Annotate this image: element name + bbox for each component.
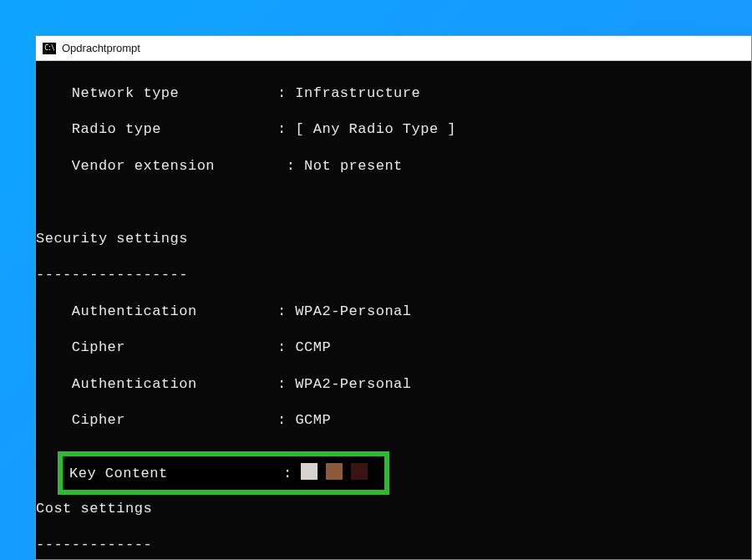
- network-type-value: Infrastructure: [295, 85, 420, 101]
- window-title: Opdrachtprompt: [62, 42, 140, 54]
- command-prompt-window: C:\ Opdrachtprompt Network type : Infras…: [35, 35, 752, 560]
- radio-type-label: Radio type: [72, 121, 161, 137]
- redacted-swatch-brown: [326, 463, 343, 480]
- cipher1-label: Cipher: [72, 339, 125, 355]
- key-content-highlight: Key Content:: [58, 451, 389, 495]
- auth1-label: Authentication: [72, 303, 197, 319]
- titlebar[interactable]: C:\ Opdrachtprompt: [36, 36, 751, 61]
- vendor-ext-value: Not present: [304, 158, 403, 174]
- vendor-ext-label: Vendor extension: [72, 158, 215, 174]
- auth2-value: WPA2-Personal: [295, 376, 411, 392]
- terminal-output[interactable]: Network type : Infrastructure Radio type…: [36, 61, 751, 559]
- cmd-icon: C:\: [43, 43, 56, 54]
- auth1-value: WPA2-Personal: [295, 303, 411, 319]
- security-heading: Security settings: [36, 230, 751, 248]
- cipher2-label: Cipher: [72, 412, 125, 428]
- radio-type-value: [ Any Radio Type ]: [295, 121, 456, 137]
- cipher2-value: GCMP: [295, 412, 331, 428]
- security-divider: -----------------: [36, 266, 751, 284]
- cost-divider: -------------: [36, 536, 751, 554]
- network-type-label: Network type: [72, 85, 179, 101]
- cipher1-value: CCMP: [295, 339, 331, 355]
- key-content-sep: :: [283, 466, 292, 481]
- cost-heading: Cost settings: [36, 500, 751, 518]
- auth2-label: Authentication: [72, 376, 197, 392]
- key-content-label: Key Content: [63, 465, 283, 483]
- redacted-swatch-dark: [351, 463, 368, 480]
- redacted-swatch-light: [301, 463, 318, 480]
